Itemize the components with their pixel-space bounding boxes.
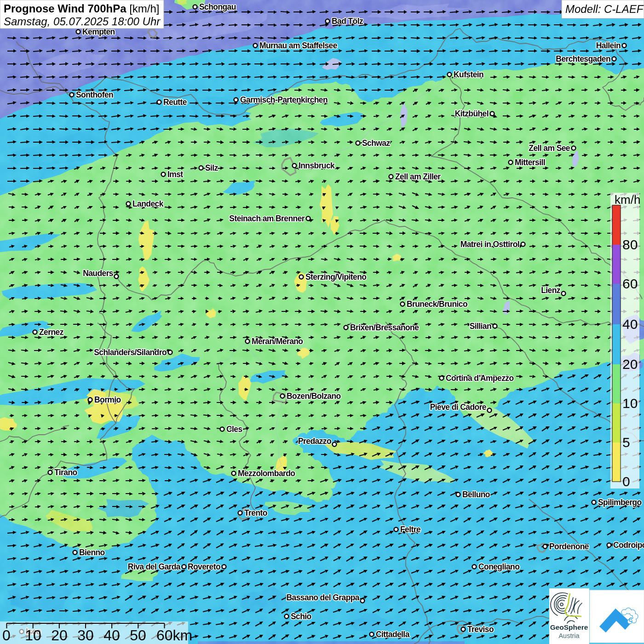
svg-text:30: 30 <box>77 627 94 644</box>
svg-text:50: 50 <box>130 627 146 644</box>
svg-text:Kufstein: Kufstein <box>454 70 483 79</box>
svg-text:Zell am Ziller: Zell am Ziller <box>395 172 441 181</box>
svg-text:Zernez: Zernez <box>39 328 64 337</box>
svg-text:Landeck: Landeck <box>132 199 164 208</box>
svg-text:80: 80 <box>622 237 638 252</box>
svg-text:Trento: Trento <box>244 508 267 518</box>
svg-text:Belluno: Belluno <box>462 490 490 499</box>
svg-text:Feltre: Feltre <box>400 525 421 534</box>
svg-text:Lienz: Lienz <box>541 286 561 295</box>
svg-text:Schwaz: Schwaz <box>362 138 390 148</box>
svg-text:5: 5 <box>622 435 630 450</box>
svg-text:Mezzolombardo: Mezzolombardo <box>238 469 295 478</box>
svg-text:40: 40 <box>104 627 120 644</box>
svg-text:Schio: Schio <box>291 612 311 621</box>
svg-text:10: 10 <box>25 627 41 644</box>
svg-text:40: 40 <box>622 316 638 332</box>
svg-text:20: 20 <box>622 356 638 372</box>
svg-text:0: 0 <box>622 474 630 489</box>
svg-text:Modell: C-LAEF: Modell: C-LAEF <box>565 3 644 15</box>
svg-text:Schlanders/Silandro: Schlanders/Silandro <box>94 348 167 357</box>
svg-text:Nauders: Nauders <box>83 269 114 278</box>
svg-text:60: 60 <box>622 276 638 291</box>
svg-text:Predazzo: Predazzo <box>298 437 331 446</box>
svg-text:10: 10 <box>622 396 638 411</box>
svg-text:Bozen/Bolzano: Bozen/Bolzano <box>287 391 341 401</box>
svg-text:Sillian: Sillian <box>470 322 491 331</box>
svg-text:Sonthofen: Sonthofen <box>76 90 113 99</box>
svg-text:Prognose Wind 700hPa [km/h]: Prognose Wind 700hPa [km/h] <box>4 2 160 15</box>
svg-text:Hallein: Hallein <box>596 41 621 50</box>
svg-text:60km: 60km <box>156 627 192 644</box>
svg-text:Berchtesgaden: Berchtesgaden <box>556 54 610 63</box>
svg-text:Murnau am Staffelsee: Murnau am Staffelsee <box>259 41 338 50</box>
svg-text:Cortina d'Ampezzo: Cortina d'Ampezzo <box>446 374 514 383</box>
svg-text:20: 20 <box>51 627 68 644</box>
svg-text:Tirano: Tirano <box>54 468 77 477</box>
svg-text:Silz: Silz <box>205 163 218 172</box>
svg-text:Conegliano: Conegliano <box>478 562 519 571</box>
svg-text:Pordenone: Pordenone <box>549 542 589 551</box>
svg-text:Pieve di Cadore: Pieve di Cadore <box>430 402 487 412</box>
svg-text:Meran/Merano: Meran/Merano <box>252 337 303 346</box>
svg-text:Bruneck/Brunico: Bruneck/Brunico <box>407 299 467 309</box>
svg-text:Austria: Austria <box>558 632 580 639</box>
svg-text:Matrei in Osttirol: Matrei in Osttirol <box>460 240 519 249</box>
svg-text:Zell am See: Zell am See <box>529 144 570 153</box>
svg-text:Schongau: Schongau <box>199 2 236 12</box>
svg-text:Imst: Imst <box>167 170 183 179</box>
svg-text:Steinach am Brenner: Steinach am Brenner <box>229 214 305 223</box>
svg-text:GeoSphere: GeoSphere <box>550 623 588 631</box>
svg-text:Kitzbühel: Kitzbühel <box>455 109 489 118</box>
svg-text:Brixen/Bressanone: Brixen/Bressanone <box>350 323 419 332</box>
svg-text:Spilimbergo: Spilimbergo <box>598 498 642 507</box>
svg-text:Innsbruck: Innsbruck <box>299 161 335 170</box>
svg-text:Sterzing/Vipiteno: Sterzing/Vipiteno <box>305 272 366 282</box>
svg-text:Bad Tölz: Bad Tölz <box>332 17 363 26</box>
svg-text:Samstag, 05.07.2025 18:00 Uhr: Samstag, 05.07.2025 18:00 Uhr <box>4 15 161 28</box>
svg-text:Rovereto: Rovereto <box>188 562 220 571</box>
svg-text:Mittersill: Mittersill <box>515 158 545 167</box>
svg-text:Garmisch-Partenkirchen: Garmisch-Partenkirchen <box>240 95 328 104</box>
svg-text:Cittadella: Cittadella <box>376 630 410 639</box>
svg-text:Bienno: Bienno <box>79 548 105 557</box>
svg-text:Reutte: Reutte <box>163 98 187 107</box>
svg-text:Codroipo: Codroipo <box>613 540 644 550</box>
svg-text:Bormio: Bormio <box>94 395 121 404</box>
svg-text:km/h: km/h <box>615 193 640 207</box>
svg-text:Treviso: Treviso <box>467 625 494 634</box>
svg-text:Bassano del Grappa: Bassano del Grappa <box>287 593 360 602</box>
svg-text:Riva del Garda: Riva del Garda <box>128 562 181 571</box>
svg-text:Cles: Cles <box>226 425 242 434</box>
svg-text:0: 0 <box>2 627 11 644</box>
